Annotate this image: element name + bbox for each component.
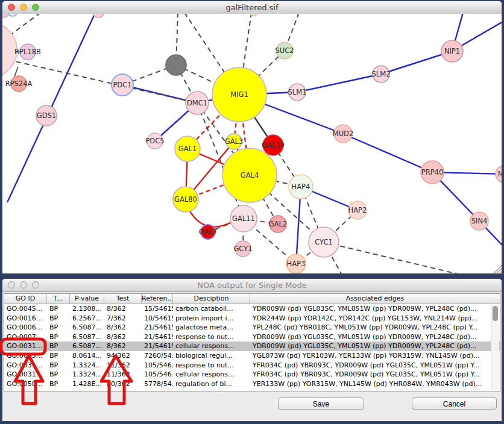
edge[interactable] <box>14 67 18 76</box>
node-label: GDS1 <box>37 111 56 120</box>
table-cell: YDR009W (pd) YGL035C, YML051W (pp) YDR00… <box>250 341 500 351</box>
table-cell: YFR034C (pd) YBR093C, YDR009W (pd) YGL03… <box>250 370 500 379</box>
table-cell: 21/54615 <box>142 332 173 342</box>
table-cell: 11/362 <box>104 370 142 379</box>
edge[interactable] <box>500 271 502 273</box>
column-header[interactable]: GO ID <box>4 294 47 304</box>
column-header[interactable]: Desciption <box>173 294 250 304</box>
table-cell: BP <box>47 341 70 351</box>
table-cell: 2.1308... <box>70 304 104 314</box>
node-unlabeled[interactable] <box>2 14 9 17</box>
table-row[interactable]: GO:0031...BP1.3324...11/362105/546...cel… <box>4 370 500 379</box>
node-label: PDC5 <box>145 137 164 145</box>
scrollbar-thumb[interactable] <box>493 306 498 321</box>
table-row[interactable]: GO:0031...BP6.5087...8/36221/54615cellul… <box>4 341 500 351</box>
column-header[interactable]: Referen... <box>142 294 173 304</box>
table-cell: YDR009W (pd) YGL035C, YML051W (pp) YDR00… <box>250 304 500 314</box>
table-cell: 6.5087... <box>70 341 104 351</box>
table-cell: GO:0031... <box>4 341 47 351</box>
graph-window-titlebar[interactable]: galFiltered.sif <box>2 1 502 14</box>
node-label: NIP1 <box>444 47 460 55</box>
table-cell: BP <box>47 361 70 370</box>
table-cell: carbon cataboli... <box>173 304 250 314</box>
network-canvas[interactable]: RPL18BRPS24AGDS1PDC1DMC1MIG1SUC2SLM1SLM2… <box>2 14 502 273</box>
table-cell: 6.5087... <box>70 332 104 342</box>
column-header[interactable]: T... <box>47 294 70 304</box>
zoom-button[interactable] <box>32 281 39 288</box>
node-label: SLM1 <box>288 88 307 96</box>
cancel-button[interactable]: Cancel <box>412 398 497 410</box>
table-row[interactable]: GO:0006...BP6.5087...8/36221/54615galact… <box>4 323 500 332</box>
node-label: GAL3 <box>225 137 244 146</box>
table-cell: YDR244W (pp) YDR142C, YDR142C (pp) YGL15… <box>250 314 500 323</box>
table-row[interactable]: GO:0031...BP1.3324...11/362105/546...res… <box>4 361 500 370</box>
node-label: HAP4 <box>292 182 310 191</box>
table-cell: GO:0007... <box>4 332 47 342</box>
save-button[interactable]: Save <box>278 398 364 410</box>
table-cell: response to nut... <box>173 332 250 342</box>
table-cell: 21/54615 <box>142 323 173 332</box>
table-cell: regulation of bi... <box>173 379 250 389</box>
graph-window: galFiltered.sif RPL18BRPS24AGDS1PDC1DMC1… <box>2 1 502 274</box>
close-button[interactable] <box>8 4 15 11</box>
table-cell: BP <box>47 304 70 314</box>
table-cell: 7260/54... <box>142 351 173 361</box>
minimize-button[interactable] <box>20 4 27 11</box>
table-cell: GO:0065... <box>4 351 47 361</box>
network-graph[interactable]: RPL18BRPS24AGDS1PDC1DMC1MIG1SUC2SLM1SLM2… <box>2 14 502 273</box>
table-cell: YGL073W (pd) YER103W, YER133W (pp) YOR31… <box>250 351 500 361</box>
node-unlabeled[interactable] <box>8 14 17 16</box>
table-cell: 11/362 <box>104 361 142 370</box>
table-cell: 10/54615 <box>142 314 173 323</box>
node-label: SIN4 <box>471 217 488 225</box>
table-cell: 94/362 <box>104 351 142 361</box>
table-cell: BP <box>47 370 70 379</box>
node-label: MSI <box>498 170 502 178</box>
table-cell: response to nut... <box>173 361 250 370</box>
table-cell: GO:0031... <box>4 361 47 370</box>
node-label: GAL80 <box>174 195 197 204</box>
table-row[interactable]: GO:0065...BP8.0614...94/3627260/54...bio… <box>4 351 500 361</box>
table-cell: BP <box>47 351 70 361</box>
node-label: SUC2 <box>275 46 294 55</box>
table-row[interactable]: GO:0050...BP1.428E...80/3625778/54...reg… <box>4 379 500 389</box>
table-cell: 8/362 <box>104 304 142 314</box>
table-header-row: GO IDT...P-valueTestReferen...Desciption… <box>4 294 500 304</box>
node-label: CYC1 <box>315 238 333 246</box>
close-button[interactable] <box>8 281 15 288</box>
table-cell: YPL248C (pd) YBR018C, YML051W (pp) YDR00… <box>250 323 500 332</box>
column-header[interactable]: P-value <box>70 294 104 304</box>
table-row[interactable]: GO:0007...BP6.5087...8/36221/54615respon… <box>4 332 500 342</box>
table-cell: 15/54615 <box>142 304 173 314</box>
noa-window-titlebar[interactable]: NOA output for Single Mode <box>2 279 502 292</box>
table-row[interactable]: GO:0045...BP2.1308...8/36215/54615carbon… <box>4 304 500 314</box>
table-cell: 105/546... <box>142 361 173 370</box>
column-header[interactable]: Associated edges <box>250 294 500 304</box>
table-cell: 8/362 <box>104 332 142 342</box>
table-cell: 1.3324... <box>70 361 104 370</box>
table-cell: GO:0016... <box>4 314 47 323</box>
table-cell: 1.428E... <box>70 379 104 389</box>
node-unlabeled[interactable] <box>166 55 186 75</box>
node-label: GAL4 <box>241 171 259 179</box>
table-body: GO:0045...BP2.1308...8/36215/54615carbon… <box>4 304 500 388</box>
table-cell: cellular respons... <box>173 341 250 351</box>
column-header[interactable]: Test <box>104 294 142 304</box>
results-table: GO IDT...P-valueTestReferen...Desciption… <box>4 293 500 392</box>
table-row[interactable]: GO:0016...BP6.2567...7/36210/54615protei… <box>4 314 500 323</box>
node-label: GAL11 <box>232 214 255 223</box>
zoom-button[interactable] <box>32 4 39 11</box>
edge[interactable] <box>432 172 502 246</box>
table-cell: GO:0050... <box>4 379 47 389</box>
minimize-button[interactable] <box>20 281 27 288</box>
vertical-scrollbar[interactable] <box>491 305 499 390</box>
node-label: HAP2 <box>348 206 367 214</box>
table-cell: 6.2567... <box>70 314 104 323</box>
node-label: GAL7 <box>199 228 218 236</box>
table-cell: 8/362 <box>104 341 142 351</box>
node-label: SLM2 <box>372 70 391 78</box>
edge[interactable] <box>324 242 461 273</box>
node-label: HAP3 <box>287 260 306 268</box>
table-cell: 5778/54... <box>142 379 173 389</box>
table-cell: GO:0045... <box>4 304 47 314</box>
